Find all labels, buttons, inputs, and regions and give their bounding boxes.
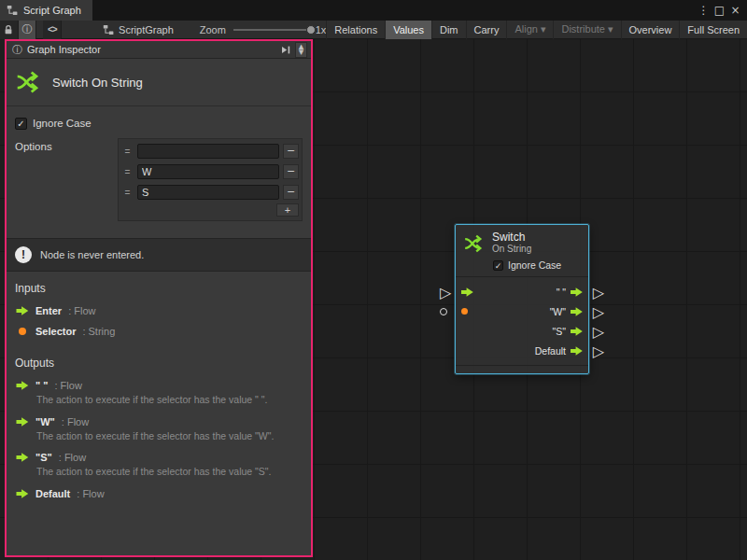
- selector-connector-icon[interactable]: [440, 308, 447, 315]
- fullscreen-button[interactable]: Full Screen: [679, 21, 747, 39]
- remove-option-button[interactable]: −: [283, 144, 299, 159]
- overview-button[interactable]: Overview: [621, 21, 680, 39]
- scroll-spinner[interactable]: ▴ ▾: [295, 42, 307, 58]
- outputs-section: Outputs " " : Flow The action to execute…: [7, 346, 311, 499]
- value-dot-icon: [461, 308, 468, 315]
- toolbar-buttons: Relations Values Dim Carry Align ▾ Distr…: [326, 21, 747, 39]
- info-icon: ⓘ: [21, 22, 32, 36]
- node-header[interactable]: Switch On String: [456, 225, 588, 257]
- code-view-button[interactable]: <>: [43, 21, 62, 39]
- info-icon: ⓘ: [12, 43, 22, 57]
- drag-handle-icon[interactable]: =: [121, 147, 134, 157]
- zoom-label: Zoom: [200, 24, 226, 35]
- drag-handle-icon[interactable]: =: [121, 188, 134, 198]
- option-input-0[interactable]: [137, 144, 279, 159]
- option-row: = −: [121, 162, 299, 181]
- flow-arrow-icon: [16, 453, 29, 462]
- port-row-s: "S" ▷: [456, 321, 588, 341]
- spin-down-icon[interactable]: ▾: [299, 49, 304, 55]
- lock-button[interactable]: [0, 21, 19, 39]
- graph-inspector-panel: ⓘ Graph Inspector ▴ ▾ Switch On String ✓: [5, 39, 313, 557]
- output-connector-icon[interactable]: ▷: [593, 342, 604, 359]
- window-menu-icon[interactable]: ⋮: [696, 4, 712, 17]
- inspector-title: Graph Inspector: [27, 44, 101, 55]
- flow-arrow-icon: [461, 287, 473, 297]
- zoom-slider-handle[interactable]: [306, 25, 316, 35]
- ignore-case-label: Ignore Case: [33, 118, 92, 129]
- node-title-section: Switch On String: [7, 59, 311, 106]
- unity-script-graph-window: Script Graph ⋮ □ × ⓘ <> ScriptGraph Zoom…: [0, 0, 747, 560]
- output-connector-icon[interactable]: ▷: [593, 283, 604, 301]
- output-port-row: " " : Flow: [16, 380, 303, 391]
- graph-breadcrumb[interactable]: ScriptGraph: [103, 24, 174, 35]
- port-row-default: Default ▷: [456, 341, 588, 360]
- port-row-enter: " " ▷ ▷: [456, 282, 588, 301]
- graph-name-label: ScriptGraph: [119, 24, 174, 35]
- window-controls: ⋮ □ ×: [696, 0, 743, 21]
- inputs-header: Inputs: [15, 282, 303, 295]
- align-button[interactable]: Align ▾: [506, 21, 553, 39]
- option-row: = −: [121, 183, 299, 202]
- remove-option-button[interactable]: −: [283, 164, 299, 179]
- outputs-header: Outputs: [15, 357, 303, 370]
- values-button[interactable]: Values: [385, 21, 431, 39]
- script-graph-tab-icon: [7, 5, 18, 16]
- flow-arrow-icon: [571, 287, 583, 297]
- output-port-row: Default : Flow: [16, 488, 303, 499]
- output-port-s[interactable]: "S": [553, 326, 583, 337]
- option-input-2[interactable]: [137, 185, 279, 200]
- node-settings-section: ✓ Ignore Case Options = − =: [7, 106, 311, 227]
- output-port-w[interactable]: "W": [550, 306, 583, 317]
- switch-on-string-node[interactable]: Switch On String ✓ Ignore Case " ": [455, 224, 589, 374]
- port-row-selector: "W" ▷: [456, 301, 588, 321]
- switch-icon: [463, 232, 486, 255]
- dim-button[interactable]: Dim: [431, 21, 466, 39]
- window-close-icon[interactable]: ×: [727, 4, 743, 17]
- output-port-row: "S" : Flow: [16, 452, 303, 463]
- inspector-header: ⓘ Graph Inspector ▴ ▾: [7, 41, 311, 59]
- output-port-row: "W" : Flow: [16, 416, 303, 427]
- code-icon: <>: [48, 24, 57, 35]
- distribute-button[interactable]: Distribute ▾: [553, 21, 620, 39]
- relations-button[interactable]: Relations: [326, 21, 385, 39]
- enter-connector-icon[interactable]: ▷: [440, 283, 451, 301]
- node-footer: [456, 366, 588, 373]
- options-label: Options: [15, 138, 118, 221]
- inspector-toggle-button[interactable]: ⓘ: [19, 21, 37, 39]
- inspected-node-title: Switch On String: [52, 76, 143, 90]
- node-title: Switch: [492, 231, 531, 244]
- flow-arrow-icon: [16, 489, 29, 498]
- output-connector-icon[interactable]: ▷: [593, 302, 604, 320]
- zoom-slider[interactable]: [233, 21, 310, 39]
- ignore-case-checkbox[interactable]: ✓: [15, 118, 27, 130]
- switch-icon: [15, 68, 43, 96]
- zoom-slider-track[interactable]: [233, 29, 310, 31]
- graph-toolbar: ⓘ <> ScriptGraph Zoom 1x Relations Value…: [0, 21, 747, 39]
- titlebar: Script Graph ⋮ □ ×: [0, 0, 747, 21]
- lock-icon: [3, 24, 14, 35]
- zoom-value: 1x: [316, 24, 327, 35]
- warning-text: Node is never entered.: [40, 249, 144, 260]
- flow-arrow-icon: [16, 306, 29, 315]
- output-connector-icon[interactable]: ▷: [593, 322, 604, 340]
- flow-arrow-icon: [16, 381, 29, 390]
- option-input-1[interactable]: [137, 164, 279, 179]
- input-port-row: Selector : String: [16, 326, 303, 337]
- value-dot-icon: [19, 328, 26, 335]
- main-area: Switch On String ✓ Ignore Case " ": [0, 39, 747, 560]
- node-ignore-case-checkbox[interactable]: ✓: [493, 260, 503, 271]
- add-option-button[interactable]: +: [276, 203, 299, 217]
- flow-arrow-icon: [571, 327, 583, 336]
- carry-button[interactable]: Carry: [466, 21, 507, 39]
- window-maximize-icon[interactable]: □: [712, 4, 727, 17]
- output-port-default[interactable]: Default: [535, 345, 583, 357]
- warning-banner: ! Node is never entered.: [7, 238, 311, 272]
- window-tab-script-graph[interactable]: Script Graph: [0, 0, 92, 21]
- drag-handle-icon[interactable]: =: [121, 167, 134, 177]
- dock-right-icon[interactable]: [281, 45, 291, 55]
- selector-port[interactable]: [461, 308, 468, 315]
- output-port-space[interactable]: " ": [557, 287, 583, 298]
- option-row: = −: [121, 142, 299, 161]
- enter-port[interactable]: [461, 287, 473, 297]
- remove-option-button[interactable]: −: [283, 185, 299, 200]
